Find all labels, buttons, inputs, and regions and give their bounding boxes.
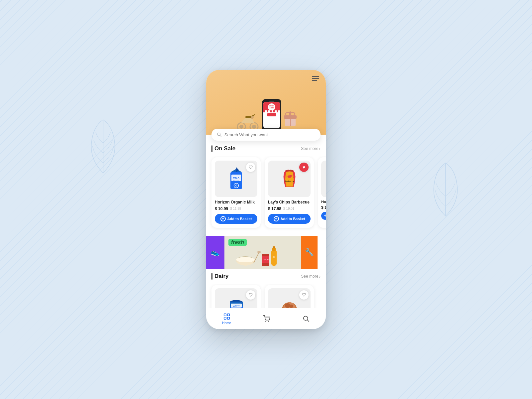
home-icon	[223, 313, 230, 320]
plus-icon: +	[220, 216, 226, 221]
svg-line-5	[252, 115, 255, 116]
svg-point-53	[268, 321, 269, 322]
search-input[interactable]	[224, 132, 315, 137]
dairy-header: Dairy See more ›	[206, 273, 326, 280]
milk-current-price: $ 10.99	[215, 206, 228, 211]
cart-icon	[263, 315, 270, 323]
chevron-right-icon-2: ›	[319, 274, 321, 279]
heart-filled-icon: ♥	[303, 165, 305, 170]
scroll-content[interactable]: On Sale See more ›	[206, 141, 326, 308]
product-card-dairy-2: ♡	[265, 285, 314, 308]
banner-fresh[interactable]: fresh FOOD	[224, 236, 301, 269]
leaf-right-decoration	[426, 160, 466, 219]
bottom-nav: Home	[206, 308, 326, 329]
dairy2-wishlist-button[interactable]: ♡	[299, 290, 309, 300]
dairy-products-row[interactable]: DAIRY ♡	[206, 284, 326, 308]
svg-rect-34	[262, 263, 269, 266]
product-card-partial: Ho... $ 10 +	[318, 157, 326, 228]
nav-home[interactable]: Home	[222, 313, 231, 325]
svg-rect-51	[227, 317, 229, 319]
svg-text:Barbecue: Barbecue	[284, 180, 294, 183]
svg-point-3	[252, 125, 256, 129]
heart-icon-4: ♡	[302, 292, 306, 298]
svg-rect-49	[227, 314, 229, 316]
on-sale-title: On Sale	[211, 145, 235, 152]
milk-wishlist-button[interactable]: ♡	[246, 163, 255, 172]
partial-product-image	[324, 170, 326, 188]
on-sale-section: On Sale See more ›	[206, 145, 326, 230]
banner-orange[interactable]: 🔧	[301, 236, 318, 269]
svg-point-52	[265, 321, 266, 322]
chips-add-label: Add to Basket	[281, 217, 305, 221]
svg-line-30	[254, 253, 259, 263]
nav-cart[interactable]	[263, 315, 270, 323]
scooter-icon	[235, 110, 259, 131]
menu-button[interactable]	[312, 76, 319, 81]
milk-old-price: $ 11.98	[230, 207, 241, 210]
svg-line-14	[220, 135, 221, 136]
hero-banner: Online Store	[206, 70, 326, 135]
banner-purple[interactable]: 👟	[206, 236, 224, 269]
chips-prices: $ 17.98 $ 19.01	[268, 206, 311, 211]
heart-icon-3: ♡	[249, 292, 253, 298]
dairy1-image-area: DAIRY ♡	[215, 288, 257, 308]
svg-point-1	[239, 125, 243, 129]
search-bar[interactable]	[211, 129, 321, 141]
chips-add-to-basket-button[interactable]: + Add to Basket	[268, 214, 311, 224]
dairy2-image-area: ♡	[268, 288, 311, 308]
svg-point-31	[257, 251, 261, 253]
phone-shell: Online Store	[206, 70, 326, 329]
svg-line-55	[307, 320, 309, 322]
milk-add-to-basket-button[interactable]: + Add to Basket	[215, 214, 257, 224]
plus-icon-2: +	[274, 216, 279, 221]
search-nav-icon	[303, 315, 310, 323]
milk-add-label: Add to Basket	[227, 217, 252, 221]
svg-point-47	[289, 305, 293, 308]
partial-add-button[interactable]: +	[321, 212, 326, 220]
product-card-milk: MILK Organic ♻ ♡ Horizon Organic Milk $ …	[211, 157, 261, 228]
milk-prices: $ 10.99 $ 11.98	[215, 206, 257, 211]
svg-rect-4	[245, 116, 251, 118]
search-icon	[217, 132, 222, 137]
chevron-right-icon: ›	[319, 146, 321, 151]
svg-text:DAIRY: DAIRY	[232, 305, 240, 307]
chips-old-price: $ 19.01	[283, 207, 294, 210]
home-nav-label: Home	[222, 321, 231, 325]
svg-rect-33	[262, 254, 269, 256]
product-card-chips: CHIPS Barbecue ♥ Lay's Chips Barbecue $ …	[265, 157, 314, 228]
chips-wishlist-button[interactable]: ♥	[299, 163, 309, 172]
chips-current-price: $ 17.98	[268, 206, 281, 211]
product-card-dairy-1: DAIRY ♡	[211, 285, 261, 308]
chips-product-image: CHIPS Barbecue	[280, 167, 299, 191]
nav-search[interactable]	[303, 315, 310, 323]
svg-text:♻: ♻	[235, 184, 237, 187]
milk-product-image: MILK Organic ♻	[227, 167, 245, 191]
dairy2-product-image	[280, 296, 299, 308]
leaf-left-decoration	[83, 116, 123, 176]
svg-text:FOOD: FOOD	[263, 259, 269, 261]
svg-text:OIL: OIL	[273, 256, 275, 258]
dairy-see-more[interactable]: See more ›	[301, 274, 321, 279]
on-sale-see-more[interactable]: See more ›	[301, 146, 321, 151]
gift-box-icon	[284, 111, 297, 127]
on-sale-products-row[interactable]: MILK Organic ♻ ♡ Horizon Organic Milk $ …	[206, 156, 326, 230]
dairy-title: Dairy	[211, 273, 229, 280]
milk-product-name: Horizon Organic Milk	[215, 200, 257, 205]
svg-rect-48	[224, 314, 226, 316]
chips-product-name: Lay's Chips Barbecue	[268, 200, 311, 205]
dairy1-wishlist-button[interactable]: ♡	[246, 290, 255, 300]
dairy1-product-image: DAIRY	[227, 296, 245, 308]
heart-icon: ♡	[249, 165, 253, 170]
svg-rect-38	[273, 246, 275, 248]
svg-text:MILK: MILK	[233, 176, 239, 179]
milk-image-area: MILK Organic ♻ ♡	[215, 161, 257, 197]
banner-strip: 👟 fresh FOOD	[206, 236, 326, 269]
svg-text:Organic: Organic	[233, 180, 239, 182]
svg-rect-50	[224, 317, 226, 319]
fresh-products-image: FOOD OIL	[227, 243, 287, 266]
on-sale-header: On Sale See more ›	[206, 145, 326, 152]
svg-point-29	[236, 257, 255, 262]
dairy-section: Dairy See more › DAIRY	[206, 273, 326, 308]
chips-image-area: CHIPS Barbecue ♥	[268, 161, 311, 197]
